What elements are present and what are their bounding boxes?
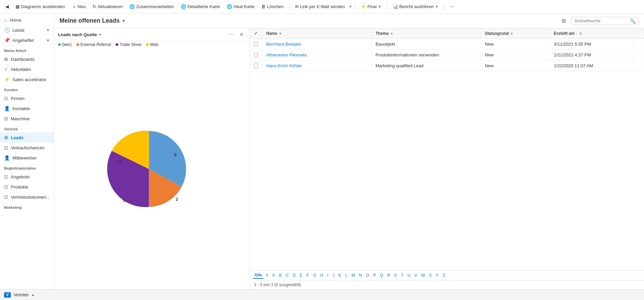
alpha-item-f[interactable]: F — [305, 272, 311, 278]
more-button[interactable]: ⋯ — [447, 3, 457, 10]
alpha-item-g[interactable]: G — [311, 272, 318, 278]
heat-button[interactable]: 🌐 Heat Karte — [224, 3, 257, 10]
content-header: Meine offenen Leads ▼ ⊞ 🔍 — [54, 14, 644, 28]
chart-options-button[interactable]: ⋯ — [227, 31, 236, 38]
alpha-item-m[interactable]: M — [350, 272, 357, 278]
alpha-item-s[interactable]: S — [393, 272, 399, 278]
alpha-item-b[interactable]: B — [277, 272, 283, 278]
lead-link-1[interactable]: Bernhard Beispiel — [266, 42, 301, 47]
sidebar-item-home[interactable]: ⌂ Home — [0, 15, 54, 25]
alpha-item-h[interactable]: H — [319, 272, 325, 278]
sidebar-item-sales-acc[interactable]: ⚡ Sales accelerator — [0, 74, 54, 84]
link-dropdown-arrow[interactable]: ▼ — [349, 5, 352, 8]
alpha-item-t[interactable]: T — [399, 272, 405, 278]
alpha-item-v[interactable]: V — [413, 272, 419, 278]
sidebar-item-firmen[interactable]: ⊡ Firmen — [0, 93, 54, 103]
flow-button[interactable]: ⚡ Flow ▼ — [358, 3, 384, 10]
td-check-3[interactable] — [250, 61, 262, 71]
alpha-item-p[interactable]: P — [372, 272, 378, 278]
alpha-item-z[interactable]: Z — [441, 272, 447, 278]
alpha-item-r[interactable]: R — [386, 272, 392, 278]
sidebar-item-produkte[interactable]: ⊡ Produkte — [0, 182, 54, 192]
workspace-badge: V — [4, 292, 11, 298]
chart-close-button[interactable]: ✕ — [238, 31, 246, 38]
sidebar-item-vertriebsdokumen[interactable]: ⊡ Vertriebsdokumen... — [0, 192, 54, 202]
td-erstellt-2: 1/21/2021 4:37 PM — [550, 50, 634, 60]
sidebar-item-verkaufschancen[interactable]: ⊡ Verkaufschancen — [0, 143, 54, 153]
aktualisieren-button[interactable]: ↻ Aktualisieren — [90, 3, 125, 10]
chart-title-chevron-icon: ▼ — [98, 33, 102, 36]
chart-header: Leads nach Quelle ▼ ⋯ ✕ — [54, 28, 250, 41]
sidebar-item-maschine[interactable]: ⊟ Maschine — [0, 114, 54, 124]
detaillierte-button[interactable]: 🌐 Detaillierte Karte — [178, 3, 223, 10]
collab-icon: 🌐 — [129, 4, 135, 9]
alpha-item-u[interactable]: U — [406, 272, 412, 278]
sidebar-item-mitbewerber[interactable]: 👤 Mitbewerber — [0, 153, 54, 163]
alpha-item-#[interactable]: # — [264, 272, 270, 278]
alpha-item-o[interactable]: O — [364, 272, 371, 278]
th-check: ✓ — [250, 28, 262, 39]
link-button[interactable]: ✉ Link per E-Mail senden — [292, 3, 348, 10]
erstellt-sort-icon: ↓ — [576, 32, 577, 35]
alpha-item-l[interactable]: L — [344, 272, 349, 278]
loeschen-button[interactable]: 🗑 Löschen — [258, 3, 286, 10]
alpha-item-j[interactable]: J — [331, 272, 336, 278]
pie-chart: 5 2 3 4 — [98, 118, 206, 220]
th-status[interactable]: Statusgrund ▼ — [481, 28, 550, 39]
chart-title: Leads nach Quelle ▼ — [58, 32, 102, 37]
sidebar-item-leads[interactable]: ⊙ Leads — [0, 132, 54, 143]
lead-link-3[interactable]: Hans-Erich Köhler — [266, 63, 302, 68]
alpha-item-w[interactable]: W — [420, 272, 427, 278]
sidebar-item-dashboards[interactable]: ⊞ Dashboards — [0, 54, 54, 64]
alpha-item-k[interactable]: K — [337, 272, 343, 278]
produkte-icon: ⊡ — [4, 184, 8, 190]
th-erstellt[interactable]: Erstellt am ↓ ▼ — [550, 28, 634, 39]
angeheftet-chevron-icon: ▼ — [46, 39, 50, 42]
filter-button[interactable]: ⊞ — [559, 16, 569, 25]
alpha-item-alle[interactable]: Alle — [253, 272, 264, 279]
legend-item-web: Web — [146, 42, 158, 47]
sidebar-item-aktivitaeten[interactable]: ✓ Aktivitäten — [0, 64, 54, 74]
td-check-1[interactable] — [250, 39, 262, 49]
sidebar-item-kontakte[interactable]: 👤 Kontakte — [0, 103, 54, 114]
workspace-label[interactable]: Vertrieb — [14, 292, 29, 297]
begleitmaterialien-section: Begleitmaterialien — [0, 163, 54, 172]
table-footer: 1 - 3 von 3 (0 ausgewählt) — [250, 280, 644, 289]
sidebar-item-angebote[interactable]: ⊡ Angebote — [0, 172, 54, 182]
vertrieb-section: Vertrieb — [0, 124, 54, 132]
alpha-item-c[interactable]: C — [284, 272, 291, 278]
th-name[interactable]: Name ▼ — [262, 28, 372, 39]
pie-label-yellow: 4 — [119, 159, 121, 164]
alpha-item-y[interactable]: Y — [434, 272, 440, 278]
search-input[interactable] — [574, 18, 628, 23]
email-icon: ✉ — [295, 4, 299, 9]
alpha-item-q[interactable]: Q — [378, 272, 385, 278]
bericht-button[interactable]: 📊 Bericht ausführen ▼ — [390, 3, 441, 10]
alpha-item-e[interactable]: E — [298, 272, 304, 278]
back-button[interactable]: ◀ — [3, 3, 11, 10]
name-sort-icon: ▼ — [279, 32, 282, 35]
alpha-item-a[interactable]: A — [271, 272, 277, 278]
lead-link-2[interactable]: Athanasios Plevnalis — [266, 52, 307, 57]
alpha-item-i[interactable]: I — [325, 272, 330, 278]
neu-button[interactable]: ＋ Neu — [69, 2, 89, 11]
alpha-item-n[interactable]: N — [357, 272, 364, 278]
diagramm-button[interactable]: ▦ Diagramm ausblenden — [13, 3, 68, 10]
zusammenarbeiten-button[interactable]: 🌐 Zusammenarbeiten — [127, 3, 177, 10]
alpha-item-x[interactable]: X — [427, 272, 434, 278]
td-erstellt-1: 3/11/2021 5:35 PM — [550, 39, 634, 49]
letzte-chevron-icon: ▼ — [46, 28, 50, 32]
chart-area: 5 2 3 4 — [54, 48, 250, 289]
dashboard-icon: ⊞ — [4, 56, 8, 62]
leads-icon: ⊙ — [4, 135, 8, 140]
erstellt-sort-icon2: ▼ — [579, 32, 582, 35]
td-thema-3: Marketing qualified Lead — [372, 60, 481, 71]
td-erstellt-3: 1/22/2020 11:07 AM — [550, 60, 634, 71]
th-thema[interactable]: Thema ▼ — [372, 28, 481, 39]
vertriebsdok-icon: ⊡ — [4, 194, 8, 200]
sidebar-item-letzte[interactable]: 🕐 Letzte ▼ — [0, 25, 54, 35]
alpha-item-d[interactable]: D — [291, 272, 297, 278]
legend-item-external: External Referral — [76, 42, 111, 47]
sidebar-item-angeheftet[interactable]: 📌 Angeheftet ▼ — [0, 35, 54, 45]
td-check-2[interactable] — [250, 50, 262, 60]
